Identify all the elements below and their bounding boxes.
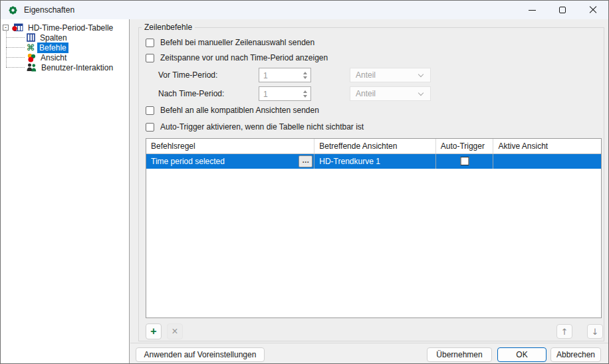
checkbox-row-autotrigger[interactable]: Auto-Trigger aktivieren, wenn die Tabell… (146, 122, 364, 132)
spinner-buttons[interactable] (299, 68, 310, 82)
columns-icon (27, 33, 35, 42)
spin-down-icon[interactable] (303, 95, 307, 98)
checkbox-row-manual[interactable]: Befehl bei manueller Zeilenauswahl sende… (146, 38, 314, 47)
table-row[interactable]: Time period selected … HD-Trendkurve 1 (146, 154, 601, 169)
cell-auto-trigger[interactable] (436, 154, 494, 169)
tree-expander-icon[interactable]: - (3, 25, 9, 31)
command-rules-table: Befehlsregel Betreffende Ansichten Auto-… (146, 138, 602, 318)
apply-button[interactable]: Übernehmen (427, 347, 492, 362)
tree-item-ansicht[interactable]: Ansicht (27, 52, 68, 62)
groupbox-title: Zeilenbefehle (142, 23, 195, 32)
tree-connector-line (6, 37, 25, 38)
spinner-buttons[interactable] (299, 87, 310, 100)
close-button[interactable] (578, 1, 608, 19)
checkbox-row-all-views[interactable]: Befehl an alle kompatiblen Ansichten sen… (146, 106, 319, 115)
tree-item-hd-time-period-tabelle[interactable]: - HD-Time-Period-Tabelle (3, 23, 115, 33)
after-unit-dropdown[interactable]: Anteil (350, 86, 431, 101)
footer-bar: Anwenden auf Voreinstellungen Übernehmen… (130, 343, 609, 364)
view-circles-icon (27, 53, 36, 62)
users-icon (27, 63, 37, 72)
dropdown-value: Anteil (356, 70, 376, 80)
table-red-dot-icon (11, 23, 23, 33)
after-time-period-label: Nach Time-Period: (158, 89, 224, 98)
checkbox-timespan[interactable] (146, 54, 154, 62)
tree-item-benutzer-interaktion[interactable]: Benutzer-Interaktion (27, 62, 115, 72)
close-icon (589, 6, 597, 14)
auto-trigger-checkbox[interactable] (460, 157, 469, 165)
views-text: HD-Trendkurve 1 (314, 154, 435, 166)
checkbox-label: Auto-Trigger aktivieren, wenn die Tabell… (160, 122, 364, 132)
command-icon: ⌘ (27, 43, 35, 52)
tree-connector-line (6, 57, 25, 58)
checkbox-label: Befehl bei manueller Zeilenauswahl sende… (160, 38, 314, 47)
before-time-period-spinner[interactable]: 1 (259, 68, 311, 82)
tree-item-label: HD-Time-Period-Tabelle (26, 23, 115, 33)
content-panel: Zeilenbefehle Befehl bei manueller Zeile… (130, 19, 609, 343)
checkbox-row-timespan[interactable]: Zeitspanne vor und nach Time-Period anze… (146, 53, 328, 62)
spin-up-icon[interactable] (303, 90, 307, 93)
checkbox-all-views[interactable] (146, 106, 154, 115)
move-down-button[interactable]: ↓ (587, 324, 603, 339)
title-bar: Eigenschaften (1, 1, 608, 19)
apply-to-presets-button[interactable]: Anwenden auf Voreinstellungen (136, 347, 265, 362)
tree-connector-line (6, 67, 25, 68)
tree-item-label: Spalten (38, 33, 69, 43)
before-time-period-label: Vor Time-Period: (158, 70, 217, 80)
cell-betreffende-ansichten[interactable]: HD-Trendkurve 1 (314, 154, 435, 169)
move-up-button[interactable]: ↑ (556, 324, 572, 339)
minimize-icon (529, 10, 536, 11)
window-title: Eigenschaften (24, 5, 74, 15)
minimize-button[interactable] (517, 1, 547, 19)
tree-item-label: Benutzer-Interaktion (39, 62, 115, 73)
column-header-befehlsregel[interactable]: Befehlsregel (146, 139, 314, 153)
maximize-icon (559, 7, 566, 13)
add-row-button[interactable]: + (146, 323, 162, 339)
cell-aktive-ansicht[interactable] (493, 154, 601, 169)
chevron-down-icon (418, 90, 424, 95)
tree-connector-line (6, 47, 25, 48)
spinner-value: 1 (259, 87, 299, 100)
column-header-aktive-ansicht[interactable]: Aktive Ansicht (493, 139, 601, 153)
tree-item-befehle[interactable]: ⌘ Befehle (27, 43, 68, 52)
caption-buttons (517, 1, 608, 19)
checkbox-autotrigger[interactable] (146, 123, 154, 132)
tree-item-label: Ansicht (39, 52, 68, 63)
properties-dialog: Eigenschaften - HD-Time-Perio (0, 0, 609, 364)
tree-item-label-selected: Befehle (37, 43, 68, 53)
spinner-value: 1 (259, 68, 299, 82)
rule-text: Time period selected (146, 154, 314, 166)
column-header-auto-trigger[interactable]: Auto-Trigger (436, 139, 494, 153)
before-unit-dropdown[interactable]: Anteil (350, 68, 431, 82)
cancel-button[interactable]: Abbrechen (550, 347, 601, 362)
table-header-row: Befehlsregel Betreffende Ansichten Auto-… (146, 139, 601, 154)
column-header-betreffende-ansichten[interactable]: Betreffende Ansichten (314, 139, 435, 153)
tree-item-spalten[interactable]: Spalten (27, 33, 69, 43)
ellipsis-button[interactable]: … (299, 155, 312, 167)
dropdown-value: Anteil (356, 89, 376, 98)
checkbox-manual-selection[interactable] (146, 39, 154, 47)
spin-up-icon[interactable] (303, 72, 307, 74)
chevron-down-icon (418, 71, 424, 76)
delete-row-button[interactable]: × (167, 323, 183, 339)
cell-befehlsregel[interactable]: Time period selected … (146, 154, 314, 169)
spin-down-icon[interactable] (303, 76, 307, 79)
checkbox-label: Zeitspanne vor und nach Time-Period anze… (160, 53, 328, 62)
checkbox-label: Befehl an alle kompatiblen Ansichten sen… (160, 106, 319, 115)
gear-icon (8, 5, 18, 15)
maximize-button[interactable] (547, 1, 578, 19)
after-time-period-spinner[interactable]: 1 (259, 86, 311, 101)
ok-button[interactable]: OK (497, 347, 547, 362)
tree-panel: - HD-Time-Period-Tabelle (1, 19, 130, 363)
active-view-text (493, 154, 601, 157)
